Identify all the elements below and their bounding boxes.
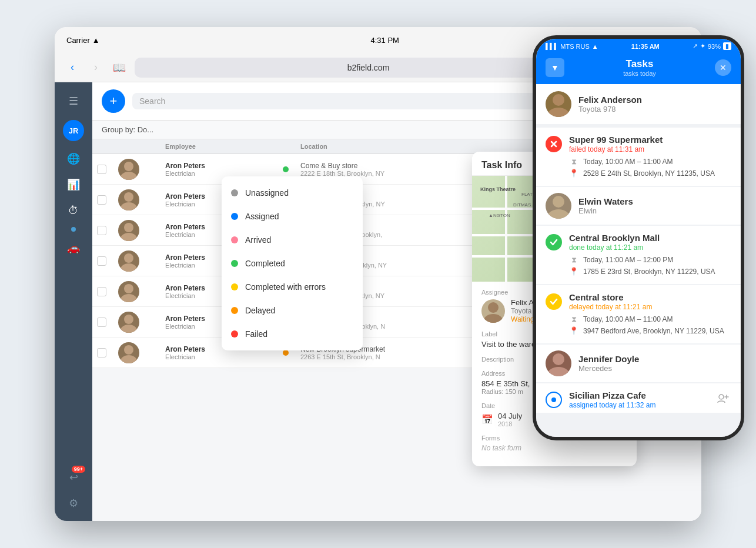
location-detail-icon: 📍 (569, 267, 578, 276)
cs-status: delayed today at 11:21 am (569, 303, 731, 311)
row-checkbox[interactable] (97, 195, 106, 205)
svg-point-13 (121, 355, 137, 363)
assigned-label: Assigned (245, 212, 279, 221)
clock-icon[interactable]: ⏱ (63, 200, 84, 221)
chart-icon[interactable]: 📊 (63, 174, 84, 195)
row-checkbox[interactable] (97, 256, 106, 266)
cbm-time: Today, 11:00 AM – 12:00 PM (583, 256, 673, 264)
arrived-label: Arrived (245, 235, 271, 245)
svg-point-11 (121, 325, 137, 333)
assigned-dot (231, 213, 238, 220)
cbm-address: 1785 E 23rd St, Brooklyn, NY 11229, USA (583, 268, 715, 276)
clock-detail-icon: ⧗ (569, 255, 578, 265)
spc-status: assigned today at 11:32 am (569, 401, 708, 409)
menu-button[interactable]: ☰ (62, 89, 85, 113)
super99-status: failed today at 11:31 am (569, 145, 731, 153)
row-checkbox[interactable] (97, 226, 106, 235)
super99-address-row: 📍 2528 E 24th St, Brooklyn, NY 11235, US… (569, 169, 731, 178)
svg-point-29 (553, 353, 564, 365)
phone-content: Felix Anderson Toyota 978 Super 99 Super… (536, 84, 741, 437)
user-avatar[interactable]: JR (63, 120, 84, 141)
phone-close-button[interactable]: ✕ (715, 59, 731, 76)
svg-point-12 (124, 345, 133, 355)
svg-point-2 (124, 192, 133, 202)
filter-button[interactable]: ▼ (546, 58, 564, 77)
avatar (118, 312, 139, 333)
felix-role: Toyota 978 (578, 105, 642, 113)
svg-point-1 (121, 172, 137, 180)
logout-icon[interactable]: ↩ 99+ (63, 467, 84, 488)
back-button[interactable]: ‹ (64, 59, 81, 76)
svg-point-24 (548, 108, 569, 117)
svg-point-6 (124, 253, 133, 263)
date-year: 2018 (498, 420, 522, 427)
phone-carrier: ▌▌▌ MTS RUS ▲ (546, 43, 598, 50)
task-card-cbm[interactable]: Central Brooklyn Mall done today at 11:2… (536, 226, 741, 284)
avatar (118, 250, 139, 272)
dropdown-unassigned[interactable]: Unassigned (222, 181, 363, 205)
arrived-dot (231, 236, 238, 243)
cs-details: ⧗ Today, 10:00 AM – 11:00 AM 📍 3947 Bedf… (536, 315, 741, 343)
status-indicator (283, 350, 289, 356)
cs-address-row: 📍 3947 Bedford Ave, Brooklyn, NY 11229, … (569, 326, 731, 335)
task-card-cs[interactable]: Central store delayed today at 11:21 am … (536, 285, 741, 343)
dropdown-arrived[interactable]: Arrived (222, 228, 363, 252)
felix-name: Felix Anderson (578, 95, 642, 105)
svg-point-21 (488, 302, 499, 313)
car-icon[interactable]: 🚗 (63, 238, 84, 259)
group-by-label: Group by: Do... (102, 125, 153, 134)
sidebar-dot (71, 227, 76, 232)
globe-icon[interactable]: 🌐 (63, 148, 84, 169)
sidebar: ☰ JR 🌐 📊 ⏱ 🚗 ↩ 99+ ⚙ (55, 82, 92, 521)
avatar (118, 159, 139, 180)
col-avatar (118, 143, 165, 150)
super99-time-row: ⧗ Today, 10:00 AM – 11:00 AM (569, 157, 731, 166)
add-task-button[interactable]: + (102, 89, 125, 113)
date-value: 04 July (498, 412, 522, 420)
completed-dot (231, 260, 238, 267)
task-main-spc: Sicilian Pizza Cafe assigned today at 11… (536, 383, 741, 413)
assignee-avatar (481, 299, 505, 323)
row-checkbox[interactable] (97, 348, 106, 357)
task-card-spc[interactable]: Sicilian Pizza Cafe assigned today at 11… (536, 383, 741, 413)
dropdown-failed[interactable]: Failed (222, 322, 363, 346)
completed-label: Completed (245, 259, 285, 268)
task-card-super99[interactable]: Super 99 Supermarket failed today at 11:… (536, 128, 741, 186)
notification-badge: 99+ (72, 466, 85, 473)
fail-icon (546, 136, 562, 152)
assign-button[interactable] (715, 390, 731, 407)
jennifer-role: Mercedes (578, 364, 639, 373)
cs-address: 3947 Bedford Ave, Brooklyn, NY 11229, US… (583, 327, 724, 335)
url-text: b2field.com (347, 63, 390, 72)
cs-name: Central store (569, 292, 731, 302)
phone-subtitle: tasks today (623, 70, 656, 77)
svg-point-23 (553, 94, 564, 106)
cbm-info: Central Brooklyn Mall done today at 11:2… (569, 233, 731, 252)
delayed-label: Delayed (245, 306, 275, 315)
svg-point-7 (121, 263, 137, 272)
row-checkbox[interactable] (97, 165, 106, 174)
dropdown-completed-errors[interactable]: Completed with errors (222, 275, 363, 299)
forms-value: No task form (481, 444, 627, 452)
forward-button[interactable]: › (88, 59, 104, 76)
svg-point-31 (719, 395, 724, 399)
row-checkbox[interactable] (97, 318, 106, 327)
carrier-info: Carrier ▲ (66, 36, 100, 45)
url-bar[interactable]: b2field.com (135, 58, 602, 78)
jennifer-avatar (546, 350, 571, 376)
cs-time-row: ⧗ Today, 10:00 AM – 11:00 AM (569, 315, 731, 324)
assignee-card-felix: Felix Anderson Toyota 978 (536, 84, 741, 128)
bookmarks-icon[interactable]: 📖 (111, 59, 128, 76)
row-checkbox[interactable] (97, 287, 106, 296)
dropdown-delayed[interactable]: Delayed (222, 299, 363, 322)
svg-point-30 (548, 367, 569, 376)
wifi-icon: ▲ (92, 36, 100, 45)
dropdown-assigned[interactable]: Assigned (222, 205, 363, 228)
phone-wifi-icon: ▲ (592, 43, 598, 50)
unassigned-dot (231, 189, 238, 196)
super99-name: Super 99 Supermarket (569, 135, 731, 145)
settings-icon[interactable]: ⚙ (63, 493, 84, 514)
dropdown-completed[interactable]: Completed (222, 252, 363, 275)
jennifer-info: Jennifer Doyle Mercedes (578, 354, 639, 373)
svg-point-5 (121, 233, 137, 241)
